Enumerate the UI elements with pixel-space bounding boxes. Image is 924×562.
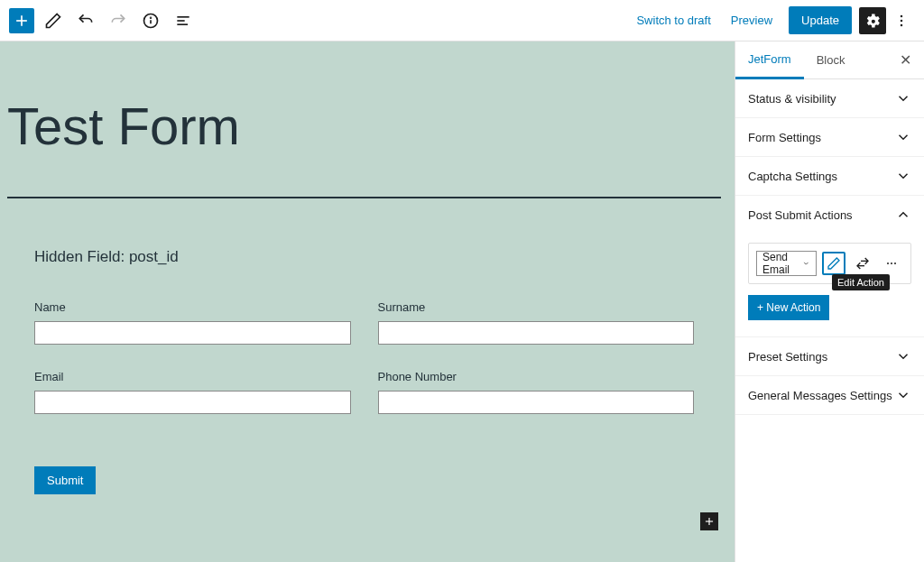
chevron-down-icon [895, 387, 911, 403]
panel-label: Captcha Settings [748, 170, 837, 183]
top-toolbar: Switch to draft Preview Update [0, 0, 924, 41]
form-col: Phone Number [378, 370, 695, 414]
tab-block[interactable]: Block [804, 42, 858, 78]
settings-sidebar: JetForm Block ✕ Status & visibility Form… [735, 41, 924, 562]
new-action-button[interactable]: + New Action [748, 295, 829, 320]
edit-icon[interactable] [40, 7, 67, 34]
svg-point-9 [901, 19, 903, 22]
submit-button[interactable]: Submit [34, 466, 96, 494]
phone-input[interactable] [378, 391, 695, 414]
svg-point-17 [894, 263, 896, 264]
chevron-down-icon [895, 90, 911, 106]
select-value: Send Email [762, 251, 802, 276]
close-sidebar-button[interactable]: ✕ [900, 51, 924, 69]
panel-label: Post Submit Actions [748, 208, 853, 222]
conditions-button[interactable] [851, 252, 874, 275]
edit-action-tooltip: Edit Action [832, 274, 890, 290]
name-label: Name [34, 300, 351, 314]
switch-to-draft-button[interactable]: Switch to draft [627, 8, 719, 32]
surname-input[interactable] [378, 321, 695, 345]
action-row: Send Email Edit Action [748, 243, 911, 284]
chevron-up-icon [895, 207, 911, 223]
email-label: Email [34, 370, 351, 383]
redo-button[interactable] [105, 7, 132, 34]
action-more-button[interactable] [880, 252, 903, 275]
form-col: Surname [378, 300, 695, 345]
form-row: Email Phone Number [34, 370, 694, 414]
chevron-down-icon [895, 168, 911, 184]
preview-button[interactable]: Preview [722, 8, 781, 32]
panel-label: Status & visibility [748, 92, 836, 106]
panel-general-messages[interactable]: General Messages Settings [735, 376, 924, 415]
svg-point-16 [891, 263, 892, 264]
toolbar-left [9, 7, 197, 34]
panel-label: Preset Settings [748, 350, 827, 364]
chevron-down-icon [895, 129, 911, 145]
panel-label: Form Settings [748, 131, 821, 144]
action-type-select[interactable]: Send Email [756, 251, 817, 276]
form-row: Name Surname [34, 300, 694, 345]
phone-label: Phone Number [378, 370, 695, 383]
svg-point-4 [151, 17, 152, 18]
post-submit-actions-body: Send Email Edit Action + New Action [735, 234, 924, 337]
outline-icon[interactable] [170, 7, 197, 34]
update-button[interactable]: Update [789, 6, 852, 34]
toolbar-right: Switch to draft Preview Update [627, 6, 915, 34]
panel-label: General Messages Settings [748, 389, 892, 402]
divider [7, 197, 721, 198]
svg-point-8 [901, 14, 903, 17]
tab-jetform[interactable]: JetForm [735, 41, 804, 79]
form-col: Name [34, 300, 351, 345]
hidden-field-label[interactable]: Hidden Field: post_id [34, 248, 694, 266]
svg-point-15 [887, 263, 889, 264]
name-input[interactable] [34, 321, 351, 345]
form-col: Email [34, 370, 351, 414]
page-title[interactable]: Test Form [7, 96, 721, 156]
editor-canvas: Test Form Hidden Field: post_id Name Sur… [0, 41, 735, 562]
add-block-inline-button[interactable] [700, 512, 718, 530]
settings-button[interactable] [859, 7, 886, 34]
chevron-down-icon [895, 348, 911, 364]
panel-preset-settings[interactable]: Preset Settings [735, 337, 924, 376]
svg-point-10 [901, 23, 903, 26]
panel-post-submit-actions[interactable]: Post Submit Actions [735, 196, 924, 234]
panel-status-visibility[interactable]: Status & visibility [735, 79, 924, 118]
form-area: Hidden Field: post_id Name Surname Email [7, 248, 721, 494]
panel-form-settings[interactable]: Form Settings [735, 118, 924, 157]
more-options-button[interactable] [888, 7, 915, 34]
add-block-button[interactable] [9, 8, 34, 33]
undo-button[interactable] [72, 7, 99, 34]
edit-action-button[interactable] [822, 252, 845, 275]
sidebar-tabs: JetForm Block ✕ [735, 41, 924, 79]
panel-captcha-settings[interactable]: Captcha Settings [735, 157, 924, 196]
surname-label: Surname [378, 300, 695, 314]
email-input[interactable] [34, 391, 351, 414]
chevron-down-icon [802, 258, 810, 269]
info-icon[interactable] [137, 7, 164, 34]
